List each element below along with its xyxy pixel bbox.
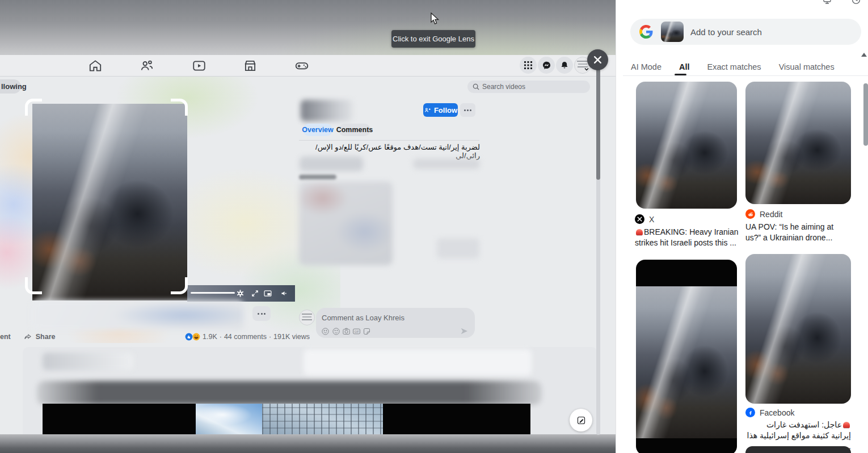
avatar-emoji-icon[interactable] — [321, 327, 330, 336]
compose-post-button[interactable] — [570, 409, 592, 431]
lens-dimmed-top-strip[interactable] — [0, 0, 616, 55]
camera-icon[interactable] — [342, 327, 351, 336]
comments-count[interactable]: 44 comments — [224, 333, 267, 341]
selection-corner-top-right[interactable] — [171, 99, 188, 116]
share-action-label[interactable]: Share — [36, 333, 56, 341]
blurred-content — [300, 156, 363, 171]
media-strip-segment[interactable] — [43, 404, 196, 435]
tab-visual-matches[interactable]: Visual matches — [779, 62, 835, 71]
gaming-icon[interactable] — [294, 58, 309, 73]
like-reaction-icon[interactable] — [185, 333, 193, 341]
result-source-row[interactable]: Reddit — [745, 209, 782, 219]
selection-corner-top-left[interactable] — [25, 99, 42, 116]
send-comment-icon[interactable] — [460, 327, 469, 336]
lens-selection-region[interactable] — [25, 99, 188, 294]
facebook-search-placeholder: Search videos — [482, 83, 525, 91]
blurred-content — [37, 381, 542, 405]
x-logo-icon — [635, 214, 644, 224]
result-title[interactable]: BREAKING: Heavy Iranian strikes hit Isra… — [635, 227, 740, 248]
blurred-content — [31, 300, 244, 330]
video-icon[interactable] — [192, 58, 207, 73]
google-logo-icon — [639, 25, 653, 39]
result-image[interactable] — [745, 254, 851, 404]
haha-reaction-icon[interactable] — [192, 333, 200, 341]
svg-text:GIF: GIF — [354, 330, 359, 333]
panel-scrollbar-thumb[interactable] — [863, 83, 868, 146]
result-image[interactable] — [636, 82, 737, 209]
emoji-icon[interactable] — [332, 327, 340, 336]
media-strip-segment[interactable] — [262, 404, 383, 435]
media-strip-segment[interactable] — [383, 404, 530, 435]
views-count[interactable]: 191K views — [273, 333, 310, 341]
facebook-logo-icon — [745, 408, 755, 417]
lens-close-button[interactable] — [587, 49, 608, 70]
messenger-button[interactable] — [538, 57, 555, 74]
facebook-page: Click to exit Google Lens llowing — [0, 0, 616, 453]
separator: · — [269, 333, 271, 341]
fullscreen-icon[interactable] — [251, 290, 259, 297]
search-icon — [473, 83, 479, 90]
engagement-counts: 1.9K · 44 comments · 191K views — [185, 332, 310, 341]
tab-comments[interactable]: Comments — [339, 124, 370, 136]
follow-button[interactable]: Follow — [423, 103, 458, 117]
reaction-count[interactable]: 1.9K — [203, 333, 217, 341]
engagement-actions: ent Share — [0, 332, 56, 341]
tab-exact-matches[interactable]: Exact matches — [707, 62, 761, 71]
volume-icon[interactable] — [280, 289, 289, 298]
send-to-device-icon[interactable] — [822, 0, 832, 5]
blurred-content — [437, 238, 479, 259]
notifications-button[interactable] — [556, 57, 573, 74]
blurred-content — [43, 353, 133, 370]
follow-button-label: Follow — [434, 106, 457, 115]
facebook-search-input[interactable]: Search videos — [467, 81, 590, 93]
video-progress-bar[interactable] — [191, 292, 235, 294]
siren-emoji-icon — [636, 229, 643, 235]
divider — [623, 75, 868, 76]
blurred-content — [299, 181, 393, 265]
tab-all[interactable]: All — [679, 62, 690, 71]
result-image-content — [636, 286, 737, 438]
lens-exit-tooltip-label: Click to exit Google Lens — [393, 35, 474, 43]
chevron-down-icon — [584, 67, 589, 71]
result-source-row[interactable]: Facebook — [745, 408, 794, 417]
home-icon[interactable] — [88, 58, 103, 73]
facebook-scrollbar-thumb[interactable] — [596, 56, 600, 180]
video-settings-gear-icon[interactable] — [236, 289, 245, 298]
history-clock-icon[interactable] — [851, 0, 861, 5]
gif-icon[interactable]: GIF — [352, 327, 361, 336]
bell-icon — [560, 61, 569, 70]
page-bottom-shade — [0, 434, 616, 453]
post-more-options-button[interactable] — [460, 103, 475, 117]
siren-emoji-icon — [843, 422, 850, 428]
scroll-up-arrow[interactable] — [861, 53, 867, 57]
comment-action-clipped[interactable]: ent — [0, 333, 11, 341]
selection-corner-bottom-right[interactable] — [171, 277, 188, 294]
result-source-label: X — [649, 215, 654, 224]
selection-corner-bottom-left[interactable] — [25, 277, 42, 294]
result-image-peek[interactable] — [745, 446, 851, 453]
query-image-thumbnail[interactable] — [661, 22, 684, 42]
media-strip-segment[interactable] — [196, 404, 262, 435]
results-tab-bar: AI Mode All Exact matches Visual matches — [631, 62, 835, 71]
result-source-label: Facebook — [760, 408, 794, 417]
lens-search-placeholder[interactable]: Add to your search — [690, 27, 762, 37]
following-button-clipped[interactable]: llowing — [0, 79, 21, 94]
result-image[interactable] — [745, 82, 851, 204]
reddit-logo-icon — [745, 209, 755, 219]
screenshot-root: Click to exit Google Lens llowing — [0, 0, 868, 453]
marketplace-icon[interactable] — [243, 58, 258, 73]
lens-search-bar[interactable]: Add to your search — [630, 19, 861, 45]
sticker-icon[interactable] — [363, 327, 371, 336]
result-source-row[interactable]: X — [635, 214, 654, 224]
picture-in-picture-icon[interactable] — [263, 289, 272, 298]
result-title[interactable]: UA POV: “Is he aiming at us?” a Ukrainia… — [745, 222, 851, 243]
tab-overview[interactable]: Overview — [303, 124, 332, 136]
apps-grid-button[interactable] — [520, 57, 537, 74]
row-more-options-button[interactable] — [252, 306, 271, 321]
post-caption-arabic: لضربة إير/انية تست/هدف موقعًا عس/كريًا ل… — [301, 143, 480, 153]
result-image[interactable] — [636, 260, 737, 453]
tab-ai-mode[interactable]: AI Mode — [631, 62, 661, 71]
friends-icon[interactable] — [140, 58, 154, 73]
blurred-author-avatar-name — [301, 100, 353, 121]
close-icon — [593, 56, 602, 64]
